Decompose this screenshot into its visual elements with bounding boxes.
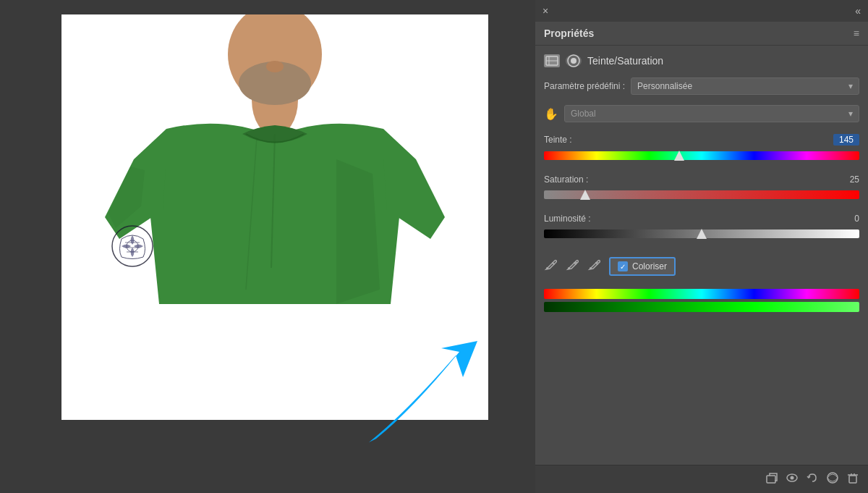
luminosite-track[interactable] [544,229,859,238]
global-chevron-icon: ▾ [848,109,853,119]
bottom-toolbar [535,465,868,493]
eyedropper-minus-icon[interactable]: − [587,258,600,274]
tshirt-svg [61,14,488,420]
saturation-label-row: Saturation : 25 [544,174,859,185]
saturation-slider-row: Saturation : 25 [544,174,859,202]
coloriser-button[interactable]: ✓ Coloriser [609,257,676,276]
saturation-slider-container[interactable] [544,187,859,202]
teinte-slider-row: Teinte : 145 [544,134,859,163]
preset-value: Personnalisée [637,81,692,91]
visibility-eye-icon[interactable] [786,471,799,487]
preset-dropdown[interactable]: Personnalisée ▾ [631,77,859,95]
result-color-bar [544,302,859,312]
panel-content: Teinte/Saturation Paramètre prédéfini : … [535,46,868,465]
panel-title: Propriétés [544,28,594,39]
luminosite-label-row: Luminosité : 0 [544,214,859,224]
luminosite-slider-container[interactable] [544,227,859,241]
luminosite-slider-row: Luminosité : 0 [544,214,859,241]
svg-text:+: + [574,259,578,266]
eyedropper-plus-icon[interactable]: + [566,258,579,274]
global-dropdown[interactable]: Global ▾ [564,105,859,122]
hue-color-bar [544,289,859,299]
svg-point-13 [546,267,548,269]
preset-chevron-icon: ▾ [848,81,853,91]
luminosite-label: Luminosité : [544,214,591,224]
coloriser-label: Coloriser [632,261,667,271]
global-value: Global [571,109,596,119]
image-area [0,0,535,493]
svg-rect-18 [767,476,775,483]
svg-rect-22 [849,476,856,483]
panel-header: Propriétés ≡ [535,22,868,46]
teinte-slider-container[interactable] [544,148,859,163]
saturation-track[interactable] [544,190,859,199]
luminosite-thumb[interactable] [697,229,707,239]
panel-menu-icon[interactable]: ≡ [854,28,859,39]
svg-point-12 [571,58,576,64]
section-title-row: Teinte/Saturation [544,54,859,67]
section-main-title: Teinte/Saturation [587,55,663,67]
svg-point-4 [266,61,284,72]
collapse-icon[interactable]: « [855,5,861,17]
eyedropper-icon[interactable] [544,258,557,274]
trash-icon[interactable] [846,471,859,487]
luminosite-value[interactable]: 0 [838,214,859,224]
mask-icon [566,54,582,67]
teinte-thumb[interactable] [674,151,684,161]
preset-row: Paramètre prédéfini : Personnalisée ▾ [544,77,859,95]
saturation-label: Saturation : [544,174,588,185]
svg-point-14 [568,267,570,269]
global-row: ✋ Global ▾ [544,105,859,122]
tshirt-container [61,14,488,420]
teinte-value[interactable]: 145 [833,134,859,146]
svg-point-16 [590,267,592,269]
saturation-value[interactable]: 25 [838,174,859,185]
svg-point-20 [791,476,794,480]
panel-topbar: × « [535,0,868,22]
new-layer-icon[interactable] [765,471,778,487]
teinte-track[interactable] [544,151,859,160]
properties-panel: × « Propriétés ≡ Teinte/Saturation Param… [535,0,868,493]
teinte-label-row: Teinte : 145 [544,134,859,146]
svg-text:−: − [595,259,599,266]
preset-label: Paramètre prédéfini : [544,81,625,91]
undo-icon[interactable] [806,471,819,487]
teinte-label: Teinte : [544,135,572,145]
mask-visibility-icon[interactable] [826,471,839,487]
tools-row: + − ✓ Coloriser [544,257,859,276]
hand-tool-icon[interactable]: ✋ [544,107,558,121]
adjustment-layer-icon [544,54,560,67]
color-bars [544,289,859,312]
coloriser-checkbox: ✓ [618,261,628,271]
saturation-thumb[interactable] [580,190,590,200]
close-icon[interactable]: × [542,5,548,17]
